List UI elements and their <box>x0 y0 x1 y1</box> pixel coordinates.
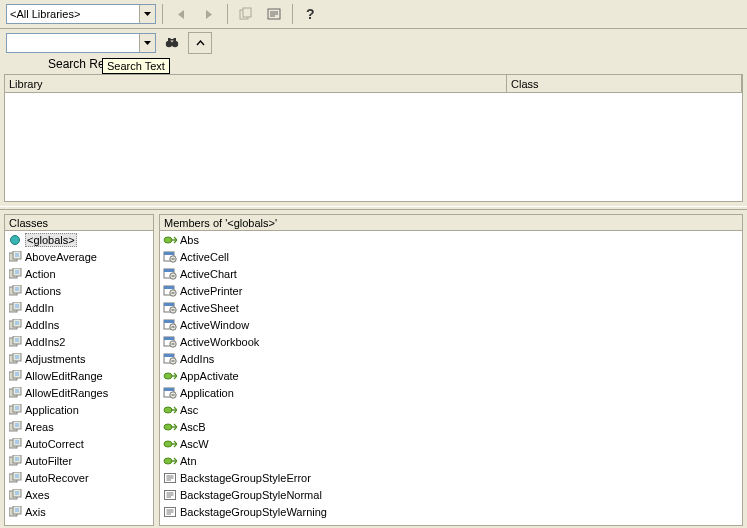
svg-text:?: ? <box>306 7 315 21</box>
library-combo[interactable]: <All Libraries> <box>6 4 156 24</box>
svg-point-101 <box>164 407 172 413</box>
member-item[interactable]: BackstageGroupStyleWarning <box>160 503 742 520</box>
class-icon <box>8 352 22 366</box>
class-icon <box>8 403 22 417</box>
class-item[interactable]: Areas <box>5 418 153 435</box>
member-item-label: AscW <box>180 438 209 450</box>
column-header-library[interactable]: Library <box>5 75 507 92</box>
member-item[interactable]: ActiveWindow <box>160 316 742 333</box>
svg-rect-46 <box>15 406 19 410</box>
class-item[interactable]: Action <box>5 265 153 282</box>
classes-list[interactable]: <globals>AboveAverageActionActionsAddInA… <box>5 231 153 525</box>
class-item[interactable]: AutoFilter <box>5 452 153 469</box>
member-item[interactable]: AscW <box>160 435 742 452</box>
method-icon <box>163 420 177 434</box>
svg-rect-61 <box>15 491 19 495</box>
class-item[interactable]: AutoCorrect <box>5 435 153 452</box>
member-item[interactable]: AscB <box>160 418 742 435</box>
class-item[interactable]: AddIns <box>5 316 153 333</box>
horizontal-splitter[interactable] <box>0 206 747 210</box>
class-item-label: Areas <box>25 421 54 433</box>
class-item[interactable]: Axes <box>5 486 153 503</box>
search-results-body[interactable] <box>5 93 742 201</box>
class-item-label: AllowEditRanges <box>25 387 108 399</box>
class-item[interactable]: AddIns2 <box>5 333 153 350</box>
member-item[interactable]: Abs <box>160 231 742 248</box>
members-list[interactable]: AbsActiveCellActiveChartActivePrinterAct… <box>160 231 742 525</box>
class-item[interactable]: AboveAverage <box>5 248 153 265</box>
member-item-label: AddIns <box>180 353 214 365</box>
class-item[interactable]: AutoRecover <box>5 469 153 486</box>
method-icon <box>163 369 177 383</box>
class-item[interactable]: <globals> <box>5 231 153 248</box>
nav-forward-button[interactable] <box>197 3 221 25</box>
member-item[interactable]: Asc <box>160 401 742 418</box>
member-item-label: BackstageGroupStyleNormal <box>180 489 322 501</box>
class-icon <box>8 250 22 264</box>
toolbar-search <box>0 29 747 57</box>
svg-rect-88 <box>164 337 174 340</box>
class-item-label: AutoCorrect <box>25 438 84 450</box>
class-item-label: AllowEditRange <box>25 370 103 382</box>
class-item[interactable]: Adjustments <box>5 350 153 367</box>
help-button[interactable]: ? <box>299 3 323 25</box>
nav-back-button[interactable] <box>169 3 193 25</box>
class-item[interactable]: Application <box>5 401 153 418</box>
member-item[interactable]: ActivePrinter <box>160 282 742 299</box>
member-item-label: AppActivate <box>180 370 239 382</box>
member-item[interactable]: Atn <box>160 452 742 469</box>
member-item[interactable]: ActiveSheet <box>160 299 742 316</box>
property-icon <box>163 318 177 332</box>
class-item[interactable]: AddIn <box>5 299 153 316</box>
svg-point-65 <box>164 237 172 243</box>
member-item-label: AscB <box>180 421 206 433</box>
method-icon <box>163 454 177 468</box>
svg-rect-55 <box>15 457 19 461</box>
chevron-down-icon[interactable] <box>139 5 155 23</box>
toolbar-top: <All Libraries> ? <box>0 0 747 29</box>
member-item[interactable]: AppActivate <box>160 367 742 384</box>
member-item-label: Abs <box>180 234 199 246</box>
copy-button[interactable] <box>234 3 258 25</box>
member-item[interactable]: BackstageGroupStyleError <box>160 469 742 486</box>
property-icon <box>163 335 177 349</box>
search-combo[interactable] <box>6 33 156 53</box>
svg-rect-40 <box>15 372 19 376</box>
const-icon <box>163 471 177 485</box>
member-item[interactable]: ActiveChart <box>160 265 742 282</box>
member-item[interactable]: ActiveCell <box>160 248 742 265</box>
classes-heading: Classes <box>5 215 153 231</box>
class-item[interactable]: Actions <box>5 282 153 299</box>
binoculars-icon <box>165 36 179 50</box>
class-item[interactable]: AllowEditRange <box>5 367 153 384</box>
member-item-label: Asc <box>180 404 198 416</box>
member-item[interactable]: Application <box>160 384 742 401</box>
view-definition-button[interactable] <box>262 3 286 25</box>
method-icon <box>163 437 177 451</box>
class-item-label: Axes <box>25 489 49 501</box>
svg-rect-37 <box>15 355 19 359</box>
property-icon <box>163 352 177 366</box>
svg-marker-2 <box>206 10 212 19</box>
class-item-label: Axis <box>25 506 46 518</box>
class-icon <box>8 318 22 332</box>
member-item[interactable]: AddIns <box>160 350 742 367</box>
column-header-class[interactable]: Class <box>507 75 742 92</box>
svg-point-107 <box>164 458 172 464</box>
search-results-header: Library Class <box>5 75 742 93</box>
class-item-label: Actions <box>25 285 61 297</box>
class-item[interactable]: AllowEditRanges <box>5 384 153 401</box>
member-item[interactable]: BackstageGroupStyleNormal <box>160 486 742 503</box>
svg-rect-28 <box>15 304 19 308</box>
members-panel: Members of '<globals>' AbsActiveCellActi… <box>159 214 743 526</box>
chevron-down-icon[interactable] <box>139 34 155 52</box>
class-item-label: Action <box>25 268 56 280</box>
class-item-label: <globals> <box>25 233 77 247</box>
collapse-search-button[interactable] <box>188 32 212 54</box>
class-icon <box>8 471 22 485</box>
class-item[interactable]: Axis <box>5 503 153 520</box>
member-item[interactable]: ActiveWorkbook <box>160 333 742 350</box>
svg-rect-84 <box>164 320 174 323</box>
svg-rect-49 <box>15 423 19 427</box>
search-button[interactable] <box>160 32 184 54</box>
